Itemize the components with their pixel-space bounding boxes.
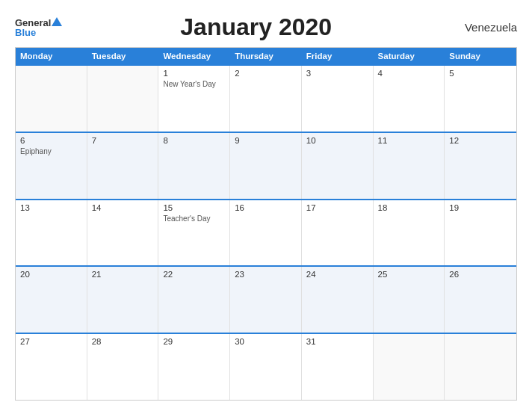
day-number: 20 (20, 270, 82, 279)
day-cell-w2-d7: 12 (445, 133, 516, 199)
day-event: Epiphany (20, 147, 82, 155)
day-number: 25 (378, 270, 440, 279)
day-cell-w3-d5: 17 (302, 200, 374, 266)
day-number: 16 (235, 203, 297, 212)
day-cell-w5-d4: 30 (230, 334, 302, 400)
week-row-4: 20212223242526 (16, 265, 516, 333)
day-cell-w1-d2 (87, 66, 159, 132)
day-number: 23 (235, 270, 297, 279)
day-number: 3 (306, 69, 368, 78)
day-cell-w1-d6: 4 (374, 66, 445, 132)
day-number: 21 (92, 270, 154, 279)
day-cell-w2-d5: 10 (302, 133, 374, 199)
day-cell-w3-d3: 15Teacher's Day (158, 200, 230, 266)
day-number: 31 (306, 337, 368, 346)
logo-general-text: General (15, 18, 51, 28)
day-cell-w4-d6: 25 (374, 267, 445, 333)
day-number: 28 (92, 337, 154, 346)
day-cell-w4-d7: 26 (445, 267, 516, 333)
day-number: 1 (163, 69, 225, 78)
day-cell-w1-d7: 5 (445, 66, 516, 132)
week-row-5: 2728293031 (16, 333, 516, 400)
day-cell-w5-d1: 27 (16, 334, 87, 400)
day-cell-w5-d5: 31 (302, 334, 374, 400)
day-number: 27 (20, 337, 82, 346)
day-cell-w2-d3: 8 (158, 133, 230, 199)
header-wednesday: Wednesday (158, 48, 230, 64)
day-cell-w3-d4: 16 (230, 200, 302, 266)
day-cell-w1-d4: 2 (230, 66, 302, 132)
day-cell-w5-d3: 29 (158, 334, 230, 400)
page: General Blue January 2020 Venezuela Mond… (0, 0, 532, 411)
day-number: 11 (378, 136, 440, 145)
day-number: 26 (449, 270, 512, 279)
day-event: New Year's Day (163, 80, 225, 88)
day-number: 30 (235, 337, 297, 346)
day-number: 18 (378, 203, 440, 212)
week-row-1: 1New Year's Day2345 (16, 64, 516, 132)
day-number: 12 (449, 136, 512, 145)
day-number: 4 (378, 69, 440, 78)
day-cell-w4-d2: 21 (87, 267, 159, 333)
header: General Blue January 2020 Venezuela (15, 13, 517, 41)
day-number: 15 (163, 203, 225, 212)
day-cell-w3-d6: 18 (374, 200, 445, 266)
calendar: Monday Tuesday Wednesday Thursday Friday… (15, 47, 517, 401)
day-cell-w4-d5: 24 (302, 267, 374, 333)
week-row-3: 131415Teacher's Day16171819 (16, 199, 516, 266)
day-cell-w2-d1: 6Epiphany (16, 133, 87, 199)
day-number: 7 (92, 136, 154, 145)
day-headers: Monday Tuesday Wednesday Thursday Friday… (16, 48, 516, 64)
day-number: 22 (163, 270, 225, 279)
day-cell-w5-d6 (374, 334, 445, 400)
day-number: 8 (163, 136, 225, 145)
day-cell-w3-d1: 13 (16, 200, 87, 266)
day-cell-w2-d4: 9 (230, 133, 302, 199)
day-cell-w4-d1: 20 (16, 267, 87, 333)
header-thursday: Thursday (230, 48, 302, 64)
calendar-title: January 2020 (62, 13, 450, 41)
day-cell-w4-d3: 22 (158, 267, 230, 333)
day-cell-w2-d6: 11 (374, 133, 445, 199)
day-number: 17 (306, 203, 368, 212)
day-cell-w1-d3: 1New Year's Day (158, 66, 230, 132)
day-cell-w1-d5: 3 (302, 66, 374, 132)
day-cell-w2-d2: 7 (87, 133, 159, 199)
day-cell-w3-d7: 19 (445, 200, 516, 266)
day-number: 9 (235, 136, 297, 145)
header-saturday: Saturday (374, 48, 445, 64)
country-label: Venezuela (450, 21, 517, 34)
logo-blue-text: Blue (15, 28, 36, 37)
day-event: Teacher's Day (163, 214, 225, 223)
day-number: 29 (163, 337, 225, 346)
day-number: 14 (92, 203, 154, 212)
day-number: 19 (449, 203, 512, 212)
day-number: 6 (20, 136, 82, 145)
day-cell-w3-d2: 14 (87, 200, 159, 266)
header-friday: Friday (302, 48, 374, 64)
day-cell-w1-d1 (16, 66, 87, 132)
day-number: 13 (20, 203, 82, 212)
logo: General Blue (15, 17, 62, 37)
header-sunday: Sunday (445, 48, 516, 64)
day-number: 24 (306, 270, 368, 279)
header-tuesday: Tuesday (87, 48, 159, 64)
day-cell-w4-d4: 23 (230, 267, 302, 333)
weeks: 1New Year's Day23456Epiphany789101112131… (16, 64, 516, 400)
header-monday: Monday (16, 48, 87, 64)
day-number: 5 (449, 69, 512, 78)
day-number: 10 (306, 136, 368, 145)
day-cell-w5-d7 (445, 334, 516, 400)
week-row-2: 6Epiphany789101112 (16, 132, 516, 199)
day-cell-w5-d2: 28 (87, 334, 159, 400)
day-number: 2 (235, 69, 297, 78)
logo-triangle-icon (52, 17, 62, 26)
